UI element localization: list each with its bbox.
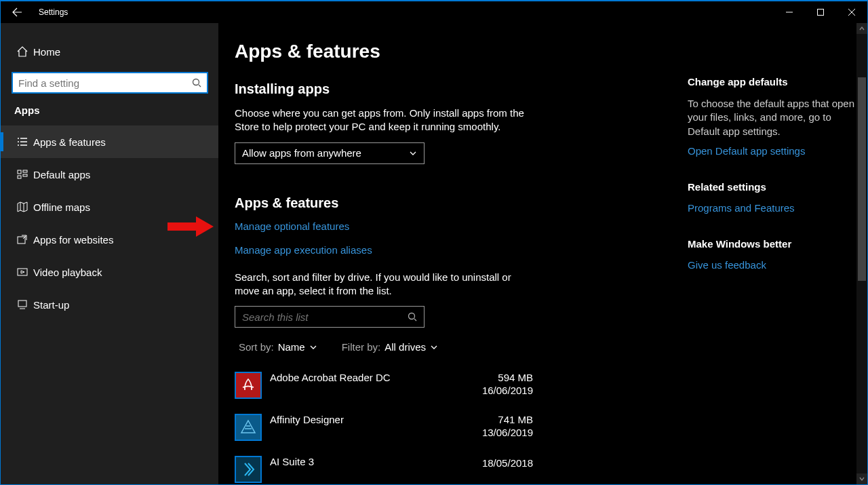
- programs-features-link[interactable]: Programs and Features: [688, 202, 856, 214]
- sidebar-section-label: Apps: [1, 104, 218, 116]
- installing-heading: Installing apps: [235, 81, 671, 97]
- chevron-down-icon: [309, 343, 317, 351]
- svg-point-9: [409, 313, 415, 319]
- app-name: Affinity Designer: [270, 414, 482, 425]
- sidebar: Home Apps Apps & features Default apps: [1, 23, 218, 484]
- startup-icon: [12, 298, 33, 311]
- defaults-icon: [12, 168, 33, 180]
- sort-by-dropdown[interactable]: Sort by: Name: [239, 341, 317, 353]
- give-feedback-link[interactable]: Give us feedback: [688, 259, 856, 271]
- search-icon: [408, 312, 417, 322]
- svg-point-1: [193, 79, 199, 85]
- app-row[interactable]: AI Suite 3 18/05/2018: [235, 452, 533, 484]
- maximize-button[interactable]: [805, 1, 836, 23]
- minimize-button[interactable]: [774, 1, 805, 23]
- sidebar-item-startup[interactable]: Start-up: [1, 288, 218, 321]
- svg-rect-7: [18, 269, 27, 275]
- app-name: AI Suite 3: [270, 456, 482, 467]
- sort-value: Name: [278, 341, 305, 353]
- app-icon-acrobat: [235, 372, 262, 399]
- search-apps-input[interactable]: [235, 306, 425, 328]
- sidebar-item-label: Apps & features: [33, 136, 106, 148]
- app-name: Adobe Acrobat Reader DC: [270, 372, 482, 383]
- manage-execution-aliases-link[interactable]: Manage app execution aliases: [235, 244, 372, 256]
- close-icon: [848, 9, 855, 16]
- svg-rect-0: [818, 9, 824, 16]
- close-button[interactable]: [836, 1, 867, 23]
- chevron-down-icon: [859, 476, 865, 482]
- sidebar-item-label: Apps for websites: [33, 234, 113, 246]
- change-defaults-text: To choose the default apps that open you…: [688, 97, 856, 138]
- app-source-value: Allow apps from anywhere: [242, 147, 361, 159]
- back-button[interactable]: [1, 1, 33, 23]
- scrollbar[interactable]: [856, 23, 867, 484]
- search-settings-input[interactable]: [12, 72, 208, 94]
- app-source-dropdown[interactable]: Allow apps from anywhere: [235, 142, 425, 164]
- app-size: 594 MB: [498, 372, 533, 383]
- scroll-thumb[interactable]: [858, 77, 866, 281]
- change-defaults-heading: Change app defaults: [688, 76, 856, 88]
- sidebar-item-label: Default apps: [33, 169, 90, 180]
- svg-rect-4: [23, 174, 27, 176]
- web-open-icon: [12, 233, 33, 246]
- home-label: Home: [33, 46, 60, 58]
- home-icon: [12, 45, 33, 58]
- open-default-settings-link[interactable]: Open Default app settings: [688, 145, 856, 157]
- app-icon-affinity: [235, 414, 262, 441]
- scroll-down-button[interactable]: [856, 473, 867, 484]
- titlebar: Settings: [1, 1, 867, 23]
- search-apps-field[interactable]: [242, 311, 408, 323]
- sidebar-item-video-playback[interactable]: Video playback: [1, 256, 218, 288]
- chevron-up-icon: [859, 25, 865, 32]
- svg-rect-2: [18, 170, 21, 174]
- search-icon: [192, 78, 201, 88]
- annotation-arrow-icon: [167, 214, 215, 239]
- sidebar-item-label: Video playback: [33, 267, 102, 278]
- related-settings-heading: Related settings: [688, 181, 856, 193]
- right-pane: Change app defaults To choose the defaul…: [688, 23, 867, 484]
- sidebar-item-apps-features[interactable]: Apps & features: [1, 125, 218, 158]
- svg-rect-8: [18, 300, 26, 307]
- arrow-left-icon: [12, 7, 22, 18]
- filter-value: All drives: [384, 341, 426, 353]
- search-settings-field[interactable]: [18, 77, 192, 89]
- filter-by-dropdown[interactable]: Filter by: All drives: [342, 341, 438, 353]
- apps-features-heading: Apps & features: [235, 195, 671, 211]
- sidebar-item-label: Start-up: [33, 299, 69, 311]
- app-icon-aisuite: [235, 456, 262, 483]
- chevron-down-icon: [430, 343, 438, 351]
- svg-rect-3: [23, 170, 27, 172]
- sidebar-item-label: Offline maps: [33, 201, 90, 213]
- list-icon: [12, 136, 33, 148]
- chevron-down-icon: [409, 149, 417, 157]
- sort-label: Sort by:: [239, 341, 274, 353]
- make-windows-better-heading: Make Windows better: [688, 238, 856, 250]
- manage-optional-features-link[interactable]: Manage optional features: [235, 220, 349, 232]
- app-date: 18/05/2018: [482, 457, 533, 469]
- filter-label: Filter by:: [342, 341, 381, 353]
- search-sort-text: Search, sort and filter by drive. If you…: [235, 271, 533, 298]
- window-title: Settings: [39, 7, 68, 17]
- installing-text: Choose where you can get apps from. Only…: [235, 106, 533, 134]
- app-date: 13/06/2019: [482, 427, 533, 438]
- video-icon: [12, 266, 33, 278]
- map-icon: [12, 201, 33, 213]
- home-button[interactable]: Home: [1, 38, 218, 65]
- content-area: Apps & features Installing apps Choose w…: [218, 23, 867, 484]
- app-date: 16/06/2019: [482, 385, 533, 396]
- sidebar-item-default-apps[interactable]: Default apps: [1, 158, 218, 191]
- minimize-icon: [786, 9, 793, 16]
- svg-rect-5: [18, 176, 21, 178]
- app-row[interactable]: Affinity Designer 741 MB 13/06/2019: [235, 410, 533, 445]
- app-row[interactable]: Adobe Acrobat Reader DC 594 MB 16/06/201…: [235, 368, 533, 403]
- page-title: Apps & features: [235, 41, 671, 62]
- maximize-icon: [817, 9, 824, 16]
- app-size: 741 MB: [498, 414, 533, 425]
- scroll-up-button[interactable]: [856, 23, 867, 34]
